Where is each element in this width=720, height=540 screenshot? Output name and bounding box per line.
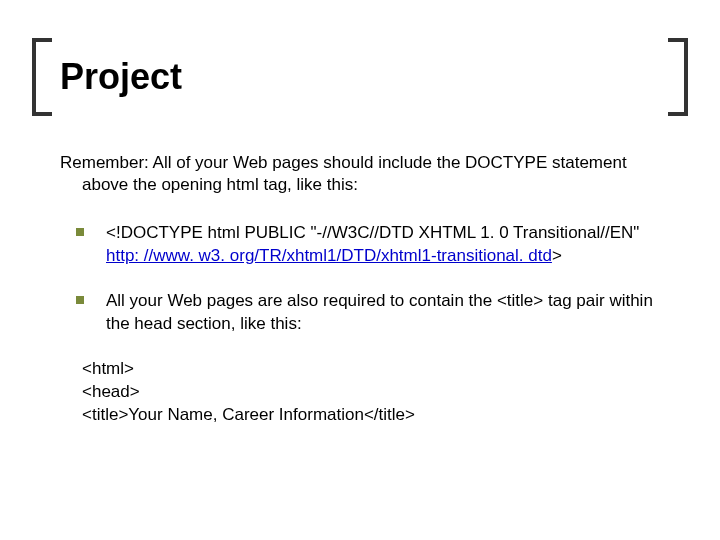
doctype-text-prefix: <!DOCTYPE html PUBLIC "-//W3C//DTD XHTML…	[106, 223, 639, 242]
title-requirement-text: All your Web pages are also required to …	[106, 291, 653, 333]
code-line-title: <title>Your Name, Career Information</ti…	[82, 404, 660, 427]
code-line-html: <html>	[82, 358, 660, 381]
bullet-title-requirement: All your Web pages are also required to …	[60, 290, 660, 336]
intro-text: Remember: All of your Web pages should i…	[60, 152, 660, 196]
title-container: Project	[60, 50, 660, 104]
bullet-doctype: <!DOCTYPE html PUBLIC "-//W3C//DTD XHTML…	[60, 222, 660, 268]
doctype-text-suffix: >	[552, 246, 562, 265]
bracket-left-icon	[32, 38, 52, 116]
square-bullet-icon	[76, 228, 84, 236]
code-example: <html> <head> <title>Your Name, Career I…	[60, 358, 660, 427]
bracket-right-icon	[668, 38, 688, 116]
doctype-url-link[interactable]: http: //www. w3. org/TR/xhtml1/DTD/xhtml…	[106, 246, 552, 265]
code-line-head: <head>	[82, 381, 660, 404]
slide-content: Project Remember: All of your Web pages …	[60, 50, 660, 427]
slide-title: Project	[60, 50, 660, 104]
square-bullet-icon	[76, 296, 84, 304]
